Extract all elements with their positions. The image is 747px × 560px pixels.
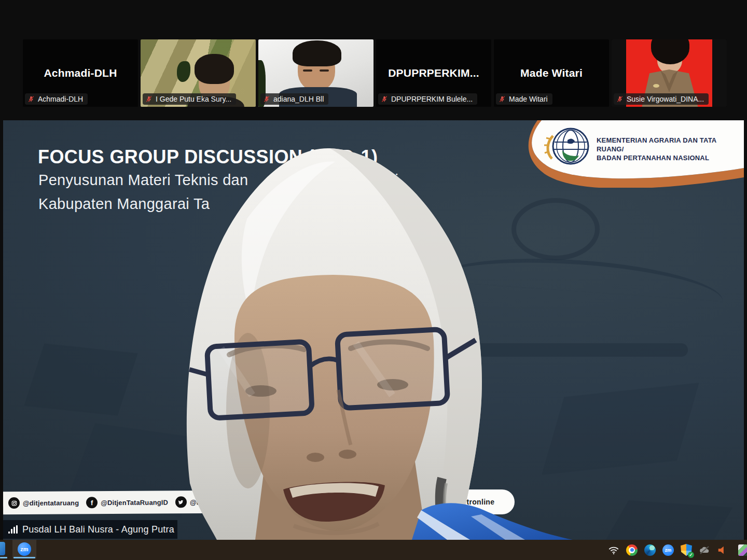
participant-name-chip: Susie Virgowati_DINA... <box>614 93 709 105</box>
volume-icon[interactable] <box>716 544 729 556</box>
taskbar-clipped-app-button[interactable] <box>0 540 9 558</box>
onedrive-paused-icon[interactable] <box>698 544 711 556</box>
zoom-app-icon: zm <box>18 542 31 556</box>
zoom-meeting-window: Achmadi-DLH Achmadi-DLH I Gede Putu Eka … <box>0 0 747 560</box>
defender-icon[interactable]: ✓ <box>680 544 693 556</box>
mic-muted-icon <box>27 95 35 103</box>
clipped-app-icon <box>0 542 5 555</box>
taskbar-zoom-button[interactable]: zm <box>12 540 36 558</box>
speaker-name-label: Pusdal LH Bali Nusra - Agung Putra <box>22 524 174 535</box>
clipped-app-icon[interactable] <box>735 544 747 556</box>
participant-display-name: DPUPRPERKIM... <box>376 67 491 79</box>
participant-tile-i-gede[interactable]: I Gede Putu Eka Sury... <box>141 39 256 107</box>
participant-name-chip: Made Witari <box>496 93 552 105</box>
mic-muted-icon <box>616 95 624 103</box>
participant-name-chip: adiana_DLH Bll <box>260 93 328 105</box>
wifi-icon[interactable] <box>607 544 620 556</box>
zoom-icon[interactable]: zm <box>662 544 674 556</box>
mic-muted-icon <box>381 95 388 103</box>
mic-muted-icon <box>263 95 270 103</box>
participant-name-chip: I Gede Putu Eka Sury... <box>143 93 236 105</box>
participant-name-chip: Achmadi-DLH <box>25 93 88 105</box>
audio-level-bars-icon <box>8 525 18 534</box>
system-tray: zm ✓ <box>607 540 747 560</box>
participant-tile-achmadi[interactable]: Achmadi-DLH Achmadi-DLH <box>23 39 138 107</box>
edge-icon[interactable] <box>644 544 656 556</box>
participant-tile-susie[interactable]: Susie Virgowati_DINA... <box>612 39 727 107</box>
participant-name-chip: DPUPRPERKIM Bulele... <box>378 93 477 105</box>
speaker-name-bar: Pusdal LH Bali Nusra - Agung Putra <box>3 520 177 539</box>
mic-muted-icon <box>145 95 153 103</box>
participant-display-name: Achmadi-DLH <box>23 67 138 79</box>
participant-tile-adiana[interactable]: adiana_DLH Bll <box>258 39 374 107</box>
participant-tile-dpuprperkim[interactable]: DPUPRPERKIM... DPUPRPERKIM Bulele... <box>376 39 491 107</box>
plant-shape <box>177 61 190 82</box>
speaker-portrait <box>3 120 744 540</box>
windows-taskbar: zm zm ✓ <box>0 540 747 560</box>
participant-tile-made-witari[interactable]: Made Witari Made Witari <box>494 39 609 107</box>
mic-muted-icon <box>499 95 506 103</box>
active-speaker-video: FOCUS GROUP DISCUSSION (FGD-1) Penyusuna… <box>3 120 744 540</box>
chrome-icon[interactable] <box>626 544 638 556</box>
participant-display-name: Made Witari <box>494 67 609 79</box>
